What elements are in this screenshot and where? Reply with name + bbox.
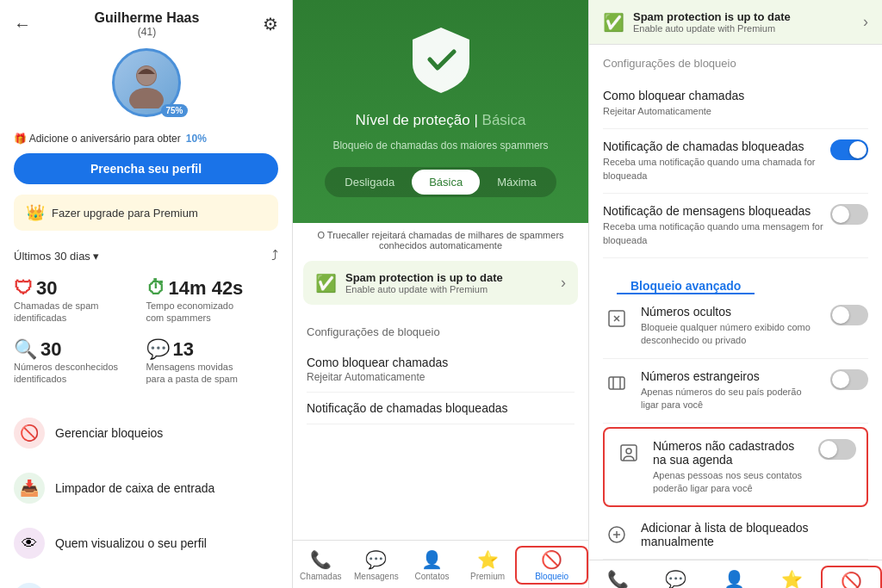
right-how-to-block: Como bloquear chamadas Rejeitar Automati… [603, 78, 868, 129]
rnav-premium[interactable]: ⭐ Premium [763, 566, 821, 588]
contacts-icon: 👤 [421, 549, 443, 570]
level-off-button[interactable]: Desligada [327, 170, 412, 195]
crown-icon: 👑 [26, 203, 45, 222]
stat-msg-number: 💬 13 [146, 338, 279, 361]
right-msg-notif: Notificação de mensagens bloqueadas Rece… [603, 194, 868, 258]
premium-upgrade-banner[interactable]: 👑 Fazer upgrade para Premium [14, 195, 278, 231]
level-max-button[interactable]: Máxima [480, 170, 554, 195]
nav-bloqueio[interactable]: 🚫 Bloqueio [515, 546, 588, 585]
add-blocked-icon [603, 521, 630, 548]
stat-time-saved: ⏱ 14m 42s Tempo economizadocom spammers [146, 270, 279, 331]
svg-rect-9 [621, 445, 637, 461]
unregistered-numbers-item: Números não cadastrados na sua agenda Ap… [603, 427, 868, 508]
foreign-numbers-sub: Apenas números do seu país poderão ligar… [641, 386, 820, 412]
spam-icon: 🛡 [14, 277, 33, 300]
right-bottom-nav: 📞 Chamadas 💬 Mensagens 👤 Contatos ⭐ Prem… [589, 560, 882, 588]
right-msg-notif-text: Notificação de mensagens bloqueadas Rece… [603, 204, 830, 247]
rnav-calls[interactable]: 📞 Chamadas [589, 566, 647, 588]
call-notif-toggle[interactable] [830, 139, 868, 160]
nav-messages[interactable]: 💬 Mensagens [349, 546, 405, 585]
unregistered-toggle[interactable] [818, 439, 856, 460]
avatar-section: 75% [0, 41, 292, 127]
profile-name: Guilherme Haas [31, 10, 263, 26]
menu-item-searched[interactable]: 👤 Quem pesquisou o meu número [0, 571, 292, 588]
foreign-numbers-icon [603, 369, 630, 397]
menu-block-label: Gerenciar bloqueios [55, 426, 163, 440]
share-icon[interactable]: ⤴ [271, 248, 278, 263]
foreign-numbers-label: Números estrangeiros [641, 369, 820, 383]
top-spam-title: Spam protection is up to date [633, 10, 854, 23]
foreign-numbers-toggle[interactable] [830, 369, 868, 390]
fill-profile-button[interactable]: Preencha seu perfil [14, 153, 278, 184]
rnav-messages-icon: 💬 [665, 569, 686, 588]
spam-check-icon: ✅ [315, 273, 337, 294]
left-panel: ← Guilherme Haas (41) ⚙ 75% 🎁 Adicione o… [0, 0, 293, 588]
stats-period[interactable]: Últimos 30 dias ▾ [14, 250, 99, 263]
level-basic-button[interactable]: Básica [412, 170, 480, 195]
right-how-header: Como bloquear chamadas Rejeitar Automati… [603, 89, 868, 118]
spam-banner-arrow: › [561, 274, 566, 292]
spam-banner-title: Spam protection is up to date [345, 271, 552, 284]
inbox-icon: 📥 [14, 473, 45, 504]
spam-banner-sub: Enable auto update with Premium [345, 284, 552, 294]
bloqueio-label: Bloqueio [535, 572, 568, 581]
stat-unknown-calls: 🔍 30 Números desconhecidosidentificados [14, 331, 146, 393]
middle-panel: Nível de proteção | Básica Bloqueio de c… [293, 0, 589, 588]
menu-item-viewed[interactable]: 👁 Quem visualizou o seu perfil [0, 516, 292, 571]
svg-rect-6 [609, 377, 624, 389]
stat-spam-label: Chamadas de spamidentificadas [14, 300, 146, 325]
menu-item-block[interactable]: 🚫 Gerenciar bloqueios [0, 405, 292, 461]
spam-banner-middle[interactable]: ✅ Spam protection is up to date Enable a… [303, 261, 578, 305]
stat-time-label: Tempo economizadocom spammers [146, 300, 279, 325]
back-button[interactable]: ← [14, 15, 31, 34]
bottom-nav-middle: 📞 Chamadas 💬 Mensagens 👤 Contatos ⭐ Prem… [293, 540, 588, 588]
msg-notif-toggle[interactable] [830, 204, 868, 225]
right-msg-notif-header: Notificação de mensagens bloqueadas Rece… [603, 204, 868, 247]
nav-premium[interactable]: ⭐ Premium [460, 546, 516, 585]
messages-label: Mensagens [354, 572, 399, 581]
profile-name-section: Guilherme Haas (41) [31, 10, 263, 38]
unregistered-icon [615, 439, 643, 467]
top-spam-arrow: › [863, 13, 868, 31]
right-panel: ✅ Spam protection is up to date Enable a… [589, 0, 882, 588]
hidden-numbers-item: Números ocultos Bloqueie qualquer número… [603, 294, 868, 359]
birthday-banner: 🎁 Adicione o aniversário para obter 10% [0, 127, 292, 150]
menu-inbox-label: Limpador de caixa de entrada [55, 481, 214, 495]
hidden-numbers-label: Números ocultos [641, 305, 820, 319]
unregistered-content: Números não cadastrados na sua agenda Ap… [653, 439, 808, 496]
unregistered-label: Números não cadastrados na sua agenda [653, 439, 808, 467]
block-settings-section: Configurações de bloqueio Como bloquear … [293, 315, 588, 424]
right-call-notif: Notificação de chamadas bloqueadas Receb… [603, 129, 868, 194]
menu-item-inbox[interactable]: 📥 Limpador de caixa de entrada [0, 461, 292, 516]
profile-header: ← Guilherme Haas (41) ⚙ [0, 0, 292, 41]
rnav-bloqueio[interactable]: 🚫 Bloqueio [821, 566, 882, 588]
shield-container [402, 21, 480, 98]
foreign-numbers-item: Números estrangeiros Apenas números do s… [603, 359, 868, 424]
bloqueio-icon: 🚫 [541, 549, 562, 570]
top-spam-sub: Enable auto update with Premium [633, 23, 854, 34]
svg-point-10 [626, 449, 631, 454]
top-spam-text: Spam protection is up to date Enable aut… [633, 10, 854, 34]
advanced-section-header: Bloqueio avançado [589, 258, 882, 294]
rnav-bloqueio-icon: 🚫 [841, 571, 862, 588]
hidden-numbers-toggle[interactable] [830, 305, 868, 325]
hidden-numbers-sub: Bloqueie qualquer número exibido como de… [641, 321, 820, 348]
rnav-messages[interactable]: 💬 Mensagens [647, 566, 705, 588]
search-icon: 🔍 [14, 338, 37, 361]
message-icon: 💬 [146, 338, 170, 361]
stat-msg-label: Mensagens movidaspara a pasta de spam [146, 361, 279, 386]
nav-contacts[interactable]: 👤 Contatos [404, 546, 460, 585]
protection-title: Nível de proteção | Básica [355, 112, 525, 129]
settings-icon[interactable]: ⚙ [263, 14, 278, 34]
stat-spam-number: 🛡 30 [14, 277, 146, 300]
top-spam-banner[interactable]: ✅ Spam protection is up to date Enable a… [589, 0, 882, 45]
block-calls-label: Como bloquear chamadas [307, 356, 575, 369]
nav-calls[interactable]: 📞 Chamadas [293, 546, 349, 585]
stats-header: Últimos 30 dias ▾ ⤴ [0, 241, 292, 267]
rnav-contacts[interactable]: 👤 Contatos [705, 566, 762, 588]
spam-banner-text: Spam protection is up to date Enable aut… [345, 271, 552, 294]
stat-spam-calls: 🛡 30 Chamadas de spamidentificadas [14, 270, 146, 331]
shield-icon [402, 21, 480, 98]
right-how-label: Como bloquear chamadas Rejeitar Automati… [603, 89, 753, 118]
protection-note: O Truecaller rejeitará chamadas de milha… [293, 223, 588, 251]
